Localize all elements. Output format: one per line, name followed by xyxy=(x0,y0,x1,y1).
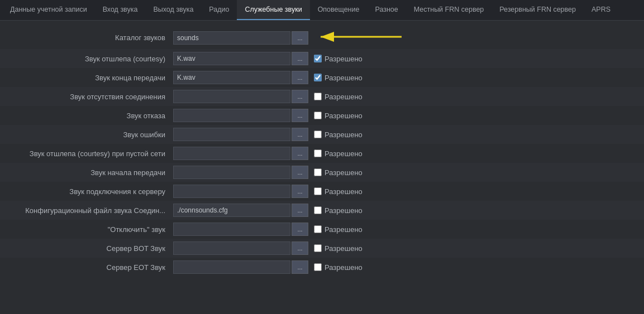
checkbox-label-reject: Разрешено xyxy=(325,112,362,120)
checkbox-area-mute: Разрешено xyxy=(314,225,381,234)
form-row-mute: "Отключить" звук...Разрешено xyxy=(0,220,644,239)
row-input-area-server-connect: ...Разрешено xyxy=(173,185,633,198)
row-input-area-catalog: ... xyxy=(173,29,633,46)
checkbox-reject[interactable] xyxy=(314,112,322,119)
tab-local-frn[interactable]: Местный FRN сервер xyxy=(406,0,492,20)
text-field-courtesy-empty[interactable] xyxy=(173,147,290,160)
checkbox-bot-sound[interactable] xyxy=(314,244,322,252)
checkbox-conn-cfg[interactable] xyxy=(314,206,322,214)
tab-radio[interactable]: Радио xyxy=(201,0,237,20)
checkbox-label-error: Разрешено xyxy=(325,131,362,139)
row-label-catalog: Каталог звуков xyxy=(0,33,173,42)
tab-audio-in[interactable]: Вход звука xyxy=(95,0,146,20)
row-label-bot-sound: Сервер BOT Звук xyxy=(0,244,173,253)
checkbox-no-connect[interactable] xyxy=(314,93,322,100)
checkbox-area-tx-start: Разрешено xyxy=(314,168,381,177)
tab-notification[interactable]: Оповещение xyxy=(310,0,368,20)
form-row-courtesy-empty: Звук отшлепа (courtesy) при пустой сети.… xyxy=(0,144,644,163)
row-label-server-connect: Звук подключения к серверу xyxy=(0,187,173,196)
row-label-error: Звук ошибки xyxy=(0,131,173,139)
form-row-error: Звук ошибки...Разрешено xyxy=(0,125,644,144)
row-label-reject: Звук отказа xyxy=(0,112,173,120)
browse-button-bot-sound[interactable]: ... xyxy=(292,241,308,255)
form-row-eot: Звук конца передачи...Разрешено xyxy=(0,68,644,87)
tab-account[interactable]: Данные учетной записи xyxy=(2,0,95,20)
form-row-tx-start: Звук начала передачи...Разрешено xyxy=(0,163,644,182)
text-field-catalog[interactable] xyxy=(173,31,290,45)
text-field-reject[interactable] xyxy=(173,109,290,122)
row-input-area-mute: ...Разрешено xyxy=(173,223,633,236)
checkbox-courtesy[interactable] xyxy=(314,55,322,62)
checkbox-error[interactable] xyxy=(314,131,322,138)
form-row-no-connect: Звук отсутствия соединения...Разрешено xyxy=(0,87,644,106)
browse-button-courtesy[interactable]: ... xyxy=(292,52,308,65)
row-input-area-courtesy: ...Разрешено xyxy=(173,52,633,65)
checkbox-courtesy-empty[interactable] xyxy=(314,149,322,157)
form-row-eot-sound: Сервер EOT Звук...Разрешено xyxy=(0,258,644,277)
form-row-server-connect: Звук подключения к серверу...Разрешено xyxy=(0,182,644,201)
row-input-area-eot-sound: ...Разрешено xyxy=(173,260,633,274)
row-input-area-conn-cfg: ...Разрешено xyxy=(173,204,633,217)
browse-button-eot[interactable]: ... xyxy=(292,71,308,84)
checkbox-eot[interactable] xyxy=(314,74,322,81)
tab-backup-frn[interactable]: Резервный FRN сервер xyxy=(492,0,584,20)
checkbox-eot-sound[interactable] xyxy=(314,263,322,271)
form-row-bot-sound: Сервер BOT Звук...Разрешено xyxy=(0,239,644,258)
text-field-tx-start[interactable] xyxy=(173,166,290,179)
row-input-area-error: ...Разрешено xyxy=(173,128,633,141)
text-field-mute[interactable] xyxy=(173,223,290,236)
checkbox-area-courtesy-empty: Разрешено xyxy=(314,149,381,158)
tab-service-sounds[interactable]: Служебные звуки xyxy=(237,0,309,20)
checkbox-area-reject: Разрешено xyxy=(314,112,381,120)
form-row-conn-cfg: Конфигурационный файл звука Соедин......… xyxy=(0,201,644,220)
text-field-conn-cfg[interactable] xyxy=(173,204,290,217)
text-field-no-connect[interactable] xyxy=(173,90,290,103)
text-field-bot-sound[interactable] xyxy=(173,241,290,255)
text-field-courtesy[interactable] xyxy=(173,52,290,65)
checkbox-area-no-connect: Разрешено xyxy=(314,93,381,101)
text-field-error[interactable] xyxy=(173,128,290,141)
checkbox-server-connect[interactable] xyxy=(314,187,322,195)
row-label-tx-start: Звук начала передачи xyxy=(0,168,173,177)
form-row-catalog: Каталог звуков... xyxy=(0,26,644,49)
checkbox-area-eot: Разрешено xyxy=(314,74,381,82)
tab-aprs[interactable]: APRS xyxy=(584,0,618,20)
browse-button-tx-start[interactable]: ... xyxy=(292,166,308,179)
checkbox-label-courtesy-empty: Разрешено xyxy=(325,149,362,158)
browse-button-no-connect[interactable]: ... xyxy=(292,90,308,103)
checkbox-label-courtesy: Разрешено xyxy=(325,55,362,63)
browse-button-eot-sound[interactable]: ... xyxy=(292,260,308,274)
browse-button-conn-cfg[interactable]: ... xyxy=(292,204,308,217)
checkbox-label-conn-cfg: Разрешено xyxy=(325,206,362,215)
checkbox-label-mute: Разрешено xyxy=(325,225,362,234)
row-input-area-no-connect: ...Разрешено xyxy=(173,90,633,103)
text-field-server-connect[interactable] xyxy=(173,185,290,198)
row-input-area-eot: ...Разрешено xyxy=(173,71,633,84)
checkbox-area-bot-sound: Разрешено xyxy=(314,244,381,253)
checkbox-label-no-connect: Разрешено xyxy=(325,93,362,101)
browse-button-server-connect[interactable]: ... xyxy=(292,185,308,198)
browse-button-reject[interactable]: ... xyxy=(292,109,308,122)
checkbox-tx-start[interactable] xyxy=(314,168,322,176)
row-label-courtesy-empty: Звук отшлепа (courtesy) при пустой сети xyxy=(0,149,173,158)
row-label-mute: "Отключить" звук xyxy=(0,225,173,234)
checkbox-label-eot-sound: Разрешено xyxy=(325,263,362,272)
browse-button-error[interactable]: ... xyxy=(292,128,308,141)
text-field-eot[interactable] xyxy=(173,71,290,84)
text-field-eot-sound[interactable] xyxy=(173,260,290,274)
checkbox-label-eot: Разрешено xyxy=(325,74,362,82)
row-input-area-courtesy-empty: ...Разрешено xyxy=(173,147,633,160)
browse-button-courtesy-empty[interactable]: ... xyxy=(292,147,308,160)
checkbox-label-server-connect: Разрешено xyxy=(325,187,362,196)
checkbox-label-bot-sound: Разрешено xyxy=(325,244,362,253)
browse-button-catalog[interactable]: ... xyxy=(292,31,308,45)
form-row-reject: Звук отказа...Разрешено xyxy=(0,106,644,125)
row-label-eot: Звук конца передачи xyxy=(0,74,173,82)
browse-button-mute[interactable]: ... xyxy=(292,223,308,236)
tab-misc[interactable]: Разное xyxy=(367,0,406,20)
tab-audio-out[interactable]: Выход звука xyxy=(145,0,201,20)
row-label-conn-cfg: Конфигурационный файл звука Соедин... xyxy=(0,206,173,215)
checkbox-area-conn-cfg: Разрешено xyxy=(314,206,381,215)
checkbox-mute[interactable] xyxy=(314,225,322,233)
row-input-area-reject: ...Разрешено xyxy=(173,109,633,122)
